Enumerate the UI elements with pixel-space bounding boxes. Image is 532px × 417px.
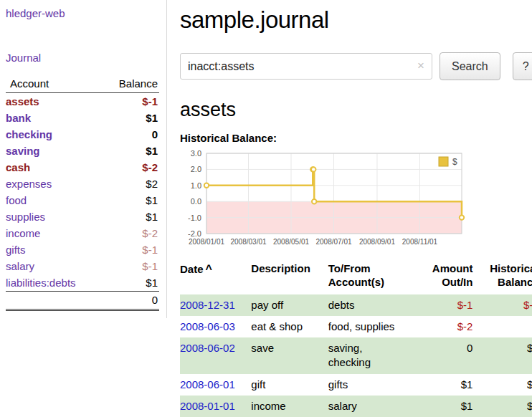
- main-content: sample.journal × Search ? assets Histori…: [167, 0, 532, 417]
- search-box: ×: [180, 53, 432, 80]
- account-heading: assets: [180, 98, 532, 121]
- register-description-cell: gift: [251, 374, 328, 396]
- register-date-cell: 2008-06-01: [180, 374, 251, 396]
- register-accounts-cell: salary: [328, 396, 411, 417]
- account-balance: $-2: [103, 225, 159, 241]
- accounts-header-balance: Balance: [103, 76, 159, 93]
- chart-canvas: 3.02.01.00.0-1.0-2.02008/01/012008/03/01…: [180, 149, 470, 249]
- register-table: Date^ Description To/From Account(s) Amo…: [180, 261, 532, 417]
- transaction-date-link[interactable]: 2008-06-02: [180, 342, 235, 354]
- svg-text:$: $: [452, 157, 457, 167]
- historical-balance-chart: 3.02.01.00.0-1.0-2.02008/01/012008/03/01…: [180, 149, 532, 249]
- sidebar: hledger-web Journal Account Balance asse…: [0, 0, 167, 417]
- register-date-cell: 2008-01-01: [180, 396, 251, 417]
- accounts-header-account: Account: [6, 76, 103, 93]
- register-header-row: Date^ Description To/From Account(s) Amo…: [180, 261, 532, 294]
- account-row: cash $-2: [6, 159, 159, 176]
- account-row: gifts $-1: [6, 241, 159, 258]
- register-header-accounts: To/From Account(s): [328, 261, 411, 294]
- account-balance: $-1: [103, 258, 159, 274]
- register-amount-cell: $-2: [410, 316, 472, 337]
- svg-text:2008/09/01: 2008/09/01: [359, 238, 395, 246]
- account-link-checking[interactable]: checking: [6, 128, 52, 140]
- help-button[interactable]: ?: [513, 52, 532, 80]
- account-link-salary[interactable]: salary: [6, 260, 34, 272]
- register-amount-cell: 0: [410, 337, 472, 374]
- account-link-income[interactable]: income: [6, 227, 40, 239]
- account-balance: $1: [103, 110, 159, 126]
- register-date-cell: 2008-06-03: [180, 316, 251, 337]
- search-button[interactable]: Search: [440, 52, 500, 80]
- register-balance-cell: $2: [472, 337, 532, 374]
- register-row: 2008-12-31 pay off debts $-1 $-1: [180, 294, 532, 316]
- account-row: supplies $1: [6, 208, 159, 225]
- account-link-assets[interactable]: assets: [6, 95, 39, 107]
- svg-text:1.0: 1.0: [191, 181, 201, 190]
- account-balance: $1: [103, 208, 159, 225]
- account-row: bank $1: [6, 110, 159, 126]
- svg-text:2008/01/01: 2008/01/01: [189, 238, 224, 246]
- svg-text:0.0: 0.0: [191, 197, 201, 206]
- transaction-date-link[interactable]: 2008-06-03: [180, 320, 235, 332]
- account-balance: $-2: [103, 159, 159, 176]
- account-balance: $1: [103, 143, 159, 159]
- account-link-bank[interactable]: bank: [6, 112, 31, 124]
- account-balance: $-1: [103, 241, 159, 258]
- register-amount-cell: $-1: [410, 294, 472, 316]
- account-row: saving $1: [6, 143, 159, 159]
- accounts-total-balance: 0: [103, 292, 159, 310]
- search-form: × Search ?: [180, 52, 532, 80]
- account-link-saving[interactable]: saving: [6, 145, 40, 157]
- account-link-supplies[interactable]: supplies: [6, 211, 45, 223]
- transaction-date-link[interactable]: 2008-01-01: [180, 400, 235, 412]
- register-row: 2008-06-01 gift gifts $1 $2: [180, 374, 532, 396]
- svg-text:2008/05/01: 2008/05/01: [273, 238, 309, 246]
- register-header-amount: Amount Out/In: [410, 261, 472, 294]
- svg-text:2008/03/01: 2008/03/01: [230, 238, 266, 246]
- app-title-link[interactable]: hledger-web: [6, 7, 65, 19]
- account-row: expenses $2: [6, 176, 159, 192]
- accounts-table: Account Balance assets $-1 bank $1 check…: [6, 76, 159, 311]
- account-row: food $1: [6, 192, 159, 208]
- transaction-date-link[interactable]: 2008-06-01: [180, 378, 235, 390]
- svg-text:3.0: 3.0: [191, 149, 201, 158]
- journal-link[interactable]: Journal: [6, 52, 41, 64]
- register-accounts-cell: debts: [328, 294, 411, 316]
- account-row: checking 0: [6, 126, 159, 143]
- account-balance: $1: [103, 192, 159, 208]
- transaction-date-link[interactable]: 2008-12-31: [180, 299, 235, 311]
- register-header-balance: Historical Balance: [472, 261, 532, 294]
- account-balance: $2: [103, 176, 159, 192]
- register-description-cell: save: [251, 337, 328, 374]
- register-description-cell: eat & shop: [251, 316, 328, 337]
- account-link-cash[interactable]: cash: [6, 161, 30, 173]
- register-date-cell: 2008-06-02: [180, 337, 251, 374]
- sidebar-inner: hledger-web Journal Account Balance asse…: [0, 0, 167, 318]
- chart-heading: Historical Balance:: [180, 132, 532, 144]
- register-balance-cell: $-1: [472, 294, 532, 316]
- account-balance: $-1: [103, 93, 159, 110]
- account-link-food[interactable]: food: [6, 194, 27, 206]
- clear-search-icon[interactable]: ×: [417, 59, 424, 73]
- svg-text:2.0: 2.0: [191, 165, 201, 173]
- account-row: assets $-1: [6, 93, 159, 110]
- account-link-liabilities-debts[interactable]: liabilities:debts: [6, 277, 76, 289]
- register-header-date[interactable]: Date^: [180, 261, 251, 294]
- register-row: 2008-06-03 eat & shop food, supplies $-2…: [180, 316, 532, 337]
- account-row: income $-2: [6, 225, 159, 241]
- app-root: hledger-web Journal Account Balance asse…: [0, 0, 532, 417]
- register-row: 2008-06-02 save saving, checking 0 $2: [180, 337, 532, 374]
- register-header-description: Description: [251, 261, 328, 294]
- register-header-date-label: Date: [180, 263, 204, 275]
- journal-nav: Journal: [6, 52, 159, 64]
- register-accounts-cell: food, supplies: [328, 316, 411, 337]
- sort-ascending-icon: ^: [204, 263, 212, 275]
- register-amount-cell: $1: [410, 396, 472, 417]
- register-description-cell: income: [251, 396, 328, 417]
- account-row: liabilities:debts $1: [6, 274, 159, 292]
- accounts-total-row: 0: [6, 292, 159, 310]
- account-link-gifts[interactable]: gifts: [6, 244, 26, 256]
- search-input[interactable]: [180, 53, 432, 80]
- svg-text:2008/07/01: 2008/07/01: [315, 238, 351, 246]
- account-link-expenses[interactable]: expenses: [6, 178, 52, 190]
